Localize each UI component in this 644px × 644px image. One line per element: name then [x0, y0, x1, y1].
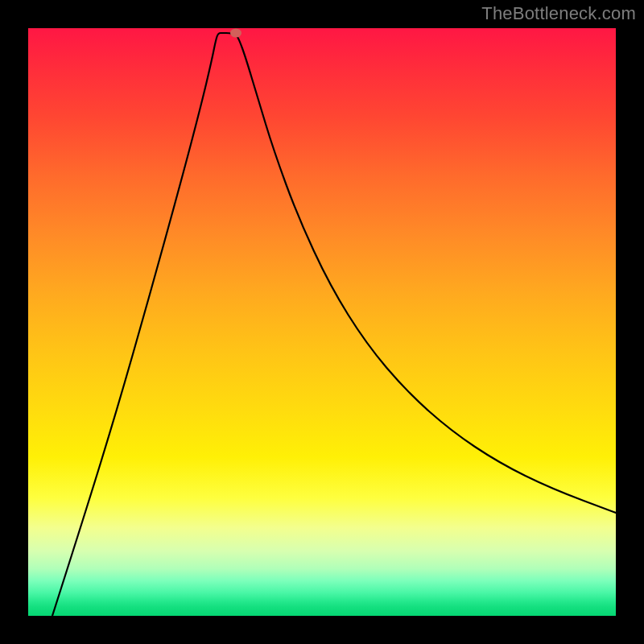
curve-svg: [28, 28, 616, 616]
watermark-text: TheBottleneck.com: [481, 3, 636, 24]
optimum-marker: [230, 29, 242, 38]
plot-area: [28, 28, 616, 616]
chart-frame: TheBottleneck.com: [0, 0, 644, 644]
bottleneck-curve: [52, 33, 616, 616]
